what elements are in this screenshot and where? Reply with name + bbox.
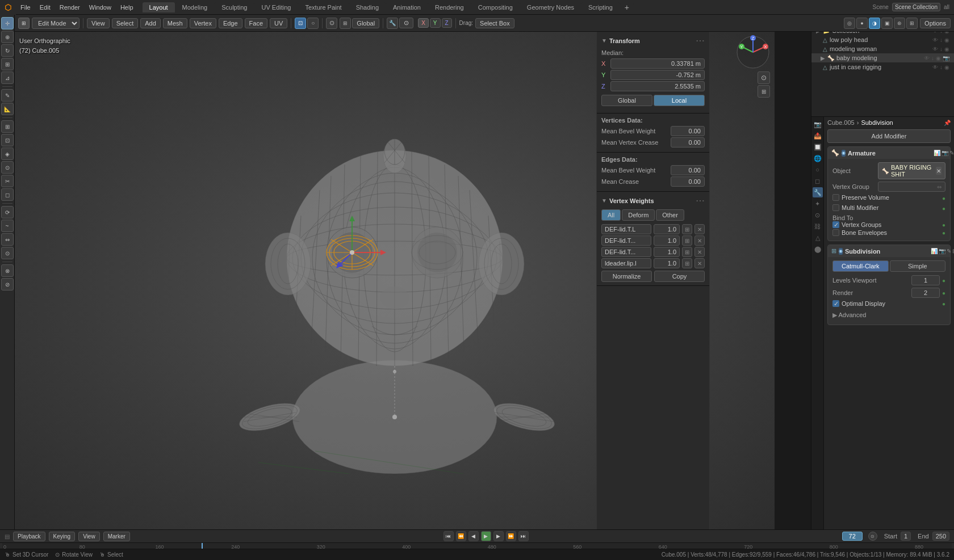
current-frame[interactable]: 72 — [842, 532, 863, 541]
tool-inset[interactable]: ⊡ — [1, 134, 14, 146]
levels-viewport-value[interactable]: 1 — [911, 275, 940, 285]
vertex-groups-checkbox[interactable]: ✓ — [832, 221, 839, 228]
scene-selector[interactable]: Scene Collection — [892, 3, 940, 11]
x-value[interactable]: 0.33781 m — [610, 58, 705, 69]
uv-menu[interactable]: UV — [270, 18, 287, 28]
toggle-overlays[interactable]: ⊙ — [758, 71, 770, 84]
vertex-crease-value[interactable]: 0.00 — [671, 137, 705, 148]
subdiv-realtime[interactable]: 📊 — [931, 248, 938, 254]
weight-name-0[interactable]: DEF-lid.T.L — [601, 224, 651, 234]
mode-select[interactable]: Edit Mode — [32, 18, 80, 29]
view-menu-tl[interactable]: View — [78, 532, 100, 541]
transform-header[interactable]: ▼ Transform ⋯ — [601, 35, 705, 46]
woman-sel[interactable]: ↓ — [940, 46, 943, 52]
edge-bevel-value[interactable]: 0.00 — [671, 165, 705, 175]
gizmo-btn[interactable]: ⊞ — [906, 18, 918, 29]
object-value[interactable]: 🦴 BABY RIGING SHIT ✕ — [878, 162, 945, 179]
outline-item-lowpoly[interactable]: △ low poly head 👁 ↓ ◉ — [811, 35, 954, 44]
orientation-select[interactable]: Global — [352, 18, 379, 28]
lowpoly-hide[interactable]: ◉ — [944, 37, 949, 43]
tool-spin[interactable]: ⟳ — [1, 206, 14, 218]
baby-sel[interactable]: ↓ — [931, 55, 934, 61]
view-menu[interactable]: View — [87, 18, 110, 28]
weight-val-3[interactable]: 1.0 — [654, 258, 680, 268]
props-icon-physics[interactable]: ⊙ — [813, 210, 823, 220]
bone-envelopes-checkbox[interactable] — [832, 229, 839, 236]
tab-local[interactable]: Local — [654, 95, 705, 106]
keying-menu[interactable]: Keying — [49, 532, 76, 541]
outline-item-baby[interactable]: ▶ 🦴 baby modeling 👁 ↓ ◉ 📷 — [811, 53, 954, 62]
edge-menu[interactable]: Edge — [219, 18, 242, 28]
step-back-btn[interactable]: ◀ — [468, 531, 479, 541]
props-icon-constraints[interactable]: ⛓ — [813, 221, 823, 231]
tab-tool[interactable]: Tool — [709, 52, 710, 71]
advanced-section[interactable]: ▶ Advanced — [832, 309, 945, 321]
weight-del-icon-1[interactable]: ✕ — [694, 235, 705, 246]
object-clear-btn[interactable]: ✕ — [936, 167, 942, 175]
armature-render[interactable]: 📷 — [942, 150, 948, 156]
props-icon-scene[interactable]: 🌐 — [813, 153, 823, 163]
add-menu[interactable]: Add — [140, 18, 161, 28]
tab-animation[interactable]: Animation — [386, 2, 428, 12]
subdiv-visibility-toggle[interactable]: ◉ — [839, 248, 843, 255]
select-menu[interactable]: Select — [112, 18, 139, 28]
select-circle-tool[interactable]: ○ — [307, 18, 319, 29]
tab-modeling[interactable]: Modeling — [175, 2, 215, 12]
tool-annotate[interactable]: ✎ — [1, 89, 14, 102]
tab-shading[interactable]: Shading — [349, 2, 386, 12]
vertex-group-swap[interactable]: ⇔ — [937, 184, 942, 190]
outline-item-rigging[interactable]: △ just in case rigging 👁 ↓ ◉ — [811, 62, 954, 71]
weight-name-2[interactable]: DEF-lid.T... — [601, 247, 651, 257]
tab-rigg[interactable]: Rigg — [709, 94, 710, 115]
timeline-editor-type[interactable]: ▤ — [5, 533, 10, 540]
weight-copy-icon-2[interactable]: ⊞ — [682, 247, 692, 257]
tool-scale[interactable]: ⊞ — [1, 58, 14, 70]
props-icon-world[interactable]: ○ — [813, 165, 823, 175]
armature-realtime[interactable]: 📊 — [934, 150, 940, 156]
subdiv-edit[interactable]: ✎ — [947, 248, 951, 254]
step-fwd-btn[interactable]: ▶ — [493, 531, 504, 541]
tool-transform[interactable]: ⊿ — [1, 71, 14, 84]
woman-hide[interactable]: ◉ — [944, 46, 949, 52]
weight-copy-icon-1[interactable]: ⊞ — [682, 235, 692, 246]
baby-vis[interactable]: 👁 — [924, 55, 930, 61]
tool-shear[interactable]: ⊘ — [1, 278, 14, 290]
armature-visibility-toggle[interactable]: ◉ — [842, 150, 846, 157]
z-value[interactable]: 2.5535 m — [610, 81, 705, 91]
proportional-btn[interactable]: ⊙ — [326, 18, 337, 29]
menu-edit[interactable]: Edit — [35, 2, 55, 12]
mode-icon[interactable]: ⊞ — [18, 18, 30, 29]
armature-name-input[interactable] — [848, 150, 931, 157]
weight-val-1[interactable]: 1.0 — [654, 235, 680, 246]
subdiv-name-input[interactable] — [845, 248, 928, 255]
axis-gizmo[interactable]: X Y Z — [736, 35, 770, 69]
weight-del-icon-3[interactable]: ✕ — [694, 258, 705, 268]
lowpoly-vis[interactable]: 👁 — [932, 37, 938, 43]
menu-file[interactable]: File — [16, 2, 35, 12]
baby-hide[interactable]: ◉ — [936, 55, 941, 61]
tab-add[interactable]: + — [620, 3, 634, 12]
weight-del-icon-2[interactable]: ✕ — [694, 247, 705, 257]
playback-menu[interactable]: Playback — [13, 532, 45, 541]
weight-tab-all[interactable]: All — [601, 209, 621, 221]
weight-val-2[interactable]: 1.0 — [654, 247, 680, 257]
weight-copy-icon-3[interactable]: ⊞ — [682, 258, 692, 268]
props-icon-particles[interactable]: ✦ — [813, 199, 823, 209]
optimal-display-checkbox[interactable]: ✓ — [832, 300, 839, 307]
outline-item-woman[interactable]: △ modeling woman 👁 ↓ ◉ — [811, 44, 954, 53]
rigging-sel[interactable]: ↓ — [940, 64, 943, 70]
weight-tab-deform[interactable]: Deform — [622, 209, 655, 221]
vw-dots[interactable]: ⋯ — [696, 195, 705, 206]
subdiv-render[interactable]: 📷 — [939, 248, 945, 254]
weight-name-1[interactable]: DEF-lid.T... — [601, 235, 651, 246]
play-pause-btn[interactable]: ▶ — [481, 531, 491, 541]
jump-start-btn[interactable]: ⏮ — [443, 531, 454, 541]
crease-value[interactable]: 0.00 — [671, 176, 705, 187]
marker-menu[interactable]: Marker — [103, 532, 130, 541]
vertex-weights-header[interactable]: ▼ Vertex Weights ⋯ — [601, 195, 705, 206]
z-axis-btn[interactable]: Z — [442, 18, 452, 28]
catmull-clark-tab[interactable]: Catmull-Clark — [832, 260, 889, 272]
start-value[interactable]: 1 — [901, 532, 911, 541]
viewport-shading-2[interactable]: ● — [856, 18, 868, 29]
y-value[interactable]: -0.752 m — [610, 70, 705, 80]
